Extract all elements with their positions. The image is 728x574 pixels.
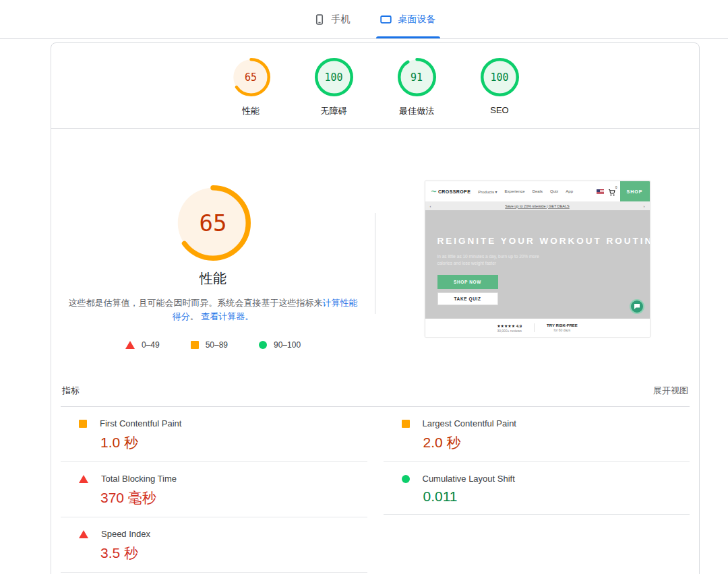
hero-title: REIGNITE YOUR WORKOUT ROUTINE (437, 236, 650, 246)
metric-value: 370 毫秒 (100, 488, 367, 507)
metric-name: Cumulative Layout Shift (423, 474, 515, 484)
score-accessibility[interactable]: 100 无障碍 (315, 58, 353, 117)
banner-next-arrow: › (639, 204, 650, 208)
reviews-cell: ★★★★★ 4.9 30,000+ reviews (485, 323, 534, 333)
active-tab-underline (376, 36, 440, 38)
metric-name: First Contentful Paint (100, 418, 181, 428)
score-label: 性能 (242, 105, 260, 117)
report-card: 65 性能 100 无障碍 91 最佳做法 100 SEO 65 性能 这些都是… (51, 42, 700, 574)
legend-pass: 90–100 (259, 340, 301, 350)
metric-value: 0.011 (423, 488, 690, 505)
hero-subtext: In as little as 10 minutes a day, burn u… (437, 253, 650, 267)
legend-pass-range: 90–100 (274, 340, 301, 350)
score-label: SEO (490, 105, 508, 115)
shop-now-button: SHOP NOW (437, 275, 498, 289)
metric-value: 3.5 秒 (100, 544, 367, 563)
performance-gauge-panel: 65 性能 这些都是估算值，且可能会因时而异。系统会直接基于这些指标来计算性能得… (51, 129, 375, 350)
thumb-hero: REIGNITE YOUR WORKOUT ROUTINE In as litt… (425, 210, 650, 319)
thumb-nav-products: Products ▾ (478, 189, 497, 194)
risk-free-days: for 60 days (547, 328, 578, 332)
tab-desktop[interactable]: 桌面设备 (377, 0, 439, 38)
banner-prev-arrow: ‹ (425, 204, 436, 208)
score-performance[interactable]: 65 性能 (232, 58, 270, 117)
category-score-summary: 65 性能 100 无障碍 91 最佳做法 100 SEO (51, 43, 699, 129)
description-text: 这些都是估算值，且可能会因时而异。系统会直接基于这些指标来 (69, 298, 323, 308)
legend-average-range: 50–89 (206, 340, 228, 350)
metric-speed-index: Speed Index 3.5 秒 (61, 517, 367, 573)
performance-description: 这些都是估算值，且可能会因时而异。系统会直接基于这些指标来计算性能得分。 查看计… (68, 296, 358, 323)
tab-desktop-label: 桌面设备 (398, 13, 436, 26)
metric-rating-icon (402, 420, 410, 428)
us-flag-icon (597, 189, 604, 194)
metric-rating-icon (79, 420, 87, 428)
thumb-shop-button: SHOP (620, 181, 650, 201)
best-practices-gauge: 91 (398, 58, 436, 96)
tab-mobile[interactable]: 手机 (311, 0, 353, 38)
legend-fail-range: 0–49 (142, 340, 160, 350)
thumb-nav-experience: Experience (505, 189, 525, 193)
chat-bubble-icon (630, 299, 644, 314)
metric-first-contentful-paint: First Contentful Paint 1.0 秒 (61, 407, 367, 462)
thumb-nav-app: App (566, 189, 573, 193)
metrics-header: 指标 展开视图 (61, 379, 690, 407)
metric-name: Speed Index (101, 529, 150, 539)
thumb-promo-banner: ‹ Save up to 20% sitewide | GET DEALS › (425, 201, 650, 210)
score-label: 无障碍 (321, 105, 347, 117)
try-risk-free: TRY RISK-FREE (547, 323, 578, 327)
metric-name: Total Blocking Time (101, 474, 177, 484)
reviews-count: 30,000+ reviews (497, 329, 522, 333)
metric-largest-contentful-paint: Largest Contentful Paint 2.0 秒 (384, 407, 690, 462)
metric-value: 1.0 秒 (100, 433, 367, 452)
device-tabbar: 手机 桌面设备 (0, 0, 728, 39)
thumb-navbar: 〜CROSSROPE Products ▾ Experience Deals Q… (425, 181, 650, 201)
expand-view-button[interactable]: 展开视图 (653, 385, 688, 397)
description-separator: 。 (190, 311, 199, 321)
metric-value: 2.0 秒 (423, 433, 690, 452)
desktop-icon (380, 14, 392, 25)
tab-mobile-label: 手机 (332, 13, 351, 26)
fail-triangle-icon (125, 341, 135, 349)
seo-gauge: 100 (481, 58, 519, 96)
average-square-icon (191, 341, 199, 349)
banner-text: Save up to 20% sitewide | GET DEALS (436, 204, 639, 208)
page-screenshot-thumbnail[interactable]: 〜CROSSROPE Products ▾ Experience Deals Q… (425, 181, 650, 338)
metrics-right-column: Largest Contentful Paint 2.0 秒 Cumulativ… (384, 407, 690, 573)
phone-icon (314, 14, 325, 25)
metric-rating-icon (79, 530, 88, 538)
performance-big-gauge[interactable]: 65 (175, 185, 251, 261)
metrics-title: 指标 (62, 385, 80, 397)
calculator-link[interactable]: 查看计算器。 (201, 311, 253, 321)
risk-free-cell: TRY RISK-FREE for 60 days (534, 323, 590, 332)
thumb-nav-deals: Deals (533, 189, 543, 193)
metrics-grid: First Contentful Paint 1.0 秒 Total Block… (61, 407, 690, 573)
performance-overview: 65 性能 这些都是估算值，且可能会因时而异。系统会直接基于这些指标来计算性能得… (51, 129, 699, 367)
metric-total-blocking-time: Total Blocking Time 370 毫秒 (61, 462, 367, 517)
metric-name: Largest Contentful Paint (423, 418, 516, 428)
score-best-practices[interactable]: 91 最佳做法 (398, 58, 436, 117)
metric-cumulative-layout-shift: Cumulative Layout Shift 0.011 (384, 462, 690, 515)
score-seo[interactable]: 100 SEO (481, 58, 519, 117)
star-rating: ★★★★★ 4.9 (497, 323, 522, 328)
accessibility-gauge: 100 (315, 58, 353, 96)
cart-icon: 0 (608, 187, 616, 195)
pass-circle-icon (259, 341, 267, 349)
logo-mark: 〜 (431, 188, 437, 195)
metrics-section: 指标 展开视图 First Contentful Paint 1.0 秒 Tot… (51, 379, 699, 573)
performance-gauge: 65 (232, 58, 270, 96)
take-quiz-button: TAKE QUIZ (437, 292, 498, 305)
legend-fail: 0–49 (125, 340, 160, 350)
thumb-footer-strip: ★★★★★ 4.9 30,000+ reviews TRY RISK-FREE … (425, 319, 650, 337)
metric-rating-icon (79, 475, 88, 483)
cart-badge: 0 (615, 185, 617, 189)
score-label: 最佳做法 (399, 105, 434, 117)
legend-average: 50–89 (191, 340, 228, 350)
thumb-logo: 〜CROSSROPE (431, 188, 471, 195)
performance-title: 性能 (200, 269, 226, 288)
metrics-left-column: First Contentful Paint 1.0 秒 Total Block… (61, 407, 367, 573)
screenshot-panel: 〜CROSSROPE Products ▾ Experience Deals Q… (375, 129, 699, 350)
metric-rating-icon (402, 475, 410, 483)
score-legend: 0–49 50–89 90–100 (125, 340, 301, 350)
thumb-nav-quiz: Quiz (550, 189, 558, 193)
thumb-nav-right: 0 SHOP (597, 181, 650, 201)
